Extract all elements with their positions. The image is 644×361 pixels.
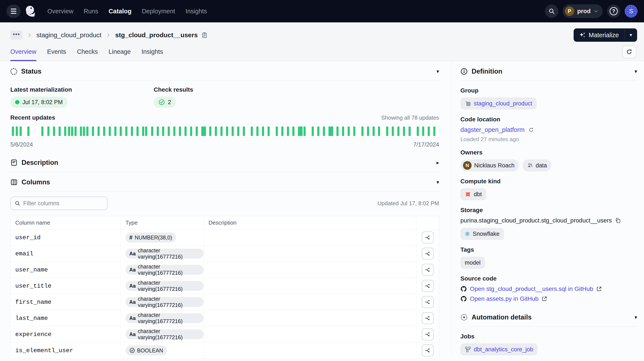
storage-kind-chip[interactable]: ❄ Snowflake: [460, 228, 504, 240]
update-tick: [417, 126, 419, 136]
update-tick: [190, 126, 192, 136]
type-label: character varying(16777216): [138, 280, 200, 292]
nav-item-deployment[interactable]: Deployment: [142, 8, 175, 15]
tab-events[interactable]: Events: [47, 43, 66, 61]
status-collapse-button[interactable]: ▾: [436, 69, 439, 74]
actions-header: [416, 216, 439, 230]
filter-columns-input[interactable]: [23, 200, 103, 207]
view-lineage-button[interactable]: [422, 232, 434, 244]
update-tick: [328, 126, 333, 136]
materialize-dropdown-button[interactable]: ▾: [625, 28, 637, 42]
update-tick: [353, 126, 355, 136]
latest-materialization-pill[interactable]: Jul 17, 8:02 PM: [10, 97, 68, 108]
text-type-icon: Aa: [129, 251, 136, 257]
dagster-logo-icon[interactable]: [24, 5, 37, 18]
external-link-icon: [596, 286, 602, 292]
tag-chip[interactable]: model: [460, 257, 485, 269]
owner-user-chip[interactable]: N Nicklaus Roach: [460, 159, 519, 171]
breadcrumb-ellipsis-button[interactable]: •••: [10, 30, 22, 39]
refresh-button[interactable]: [622, 45, 636, 58]
external-link-icon: [542, 296, 547, 302]
lineage-icon: [425, 251, 431, 257]
column-actions-cell: [416, 262, 439, 278]
page-header: ••• staging_cloud_product stg_cloud_prod…: [0, 22, 644, 43]
job-icon: [465, 346, 471, 353]
nav-item-overview[interactable]: Overview: [47, 8, 74, 15]
update-tick: [392, 126, 394, 136]
update-tick: [151, 126, 153, 136]
hamburger-menu-button[interactable]: [6, 4, 21, 18]
view-lineage-button[interactable]: [422, 296, 434, 308]
view-lineage-button[interactable]: [422, 345, 434, 357]
group-chip[interactable]: staging_cloud_product: [460, 97, 536, 109]
update-tick: [20, 126, 22, 136]
clipboard-icon: [201, 32, 208, 38]
compute-kind-chip[interactable]: dbt: [460, 188, 486, 200]
type-label: NUMBER(38,0): [135, 235, 172, 241]
update-tick: [53, 126, 55, 136]
automation-collapse-button[interactable]: ▾: [634, 315, 637, 320]
check-results-pill[interactable]: 2: [154, 97, 176, 108]
update-tick: [281, 126, 284, 136]
view-lineage-button[interactable]: [422, 328, 434, 340]
column-actions-cell: [416, 246, 439, 262]
breadcrumb-asset-name: stg_cloud_product__users: [115, 31, 198, 39]
column-type-cell: Aacharacter varying(16777216): [120, 262, 204, 278]
copy-icon[interactable]: [615, 218, 621, 224]
breadcrumb-group-link[interactable]: staging_cloud_product: [36, 31, 102, 39]
deployment-switcher[interactable]: P prod: [563, 4, 603, 18]
update-tick: [317, 126, 320, 136]
tab-overview[interactable]: Overview: [10, 43, 36, 61]
code-location-link[interactable]: dagster_open_platform: [460, 126, 524, 133]
help-button[interactable]: ?: [607, 4, 620, 18]
view-lineage-button[interactable]: [422, 248, 434, 260]
description-expand-button[interactable]: ▸: [436, 160, 439, 165]
type-label: character varying(16777216): [138, 296, 200, 308]
update-tick: [92, 126, 94, 136]
column-type-cell: Aacharacter varying(16777216): [120, 310, 204, 326]
nav-item-insights[interactable]: Insights: [186, 8, 207, 15]
definition-sidebar: Definition ▾ Group staging_cloud_product…: [451, 61, 637, 354]
nav-item-runs[interactable]: Runs: [84, 8, 98, 15]
update-tick: [83, 126, 85, 136]
update-tick: [276, 126, 278, 136]
view-lineage-button[interactable]: [422, 280, 434, 292]
chevron-right-icon: [106, 32, 111, 38]
update-tick: [201, 126, 206, 136]
column-type-cell: #NUMBER(38,0): [120, 230, 204, 246]
dbt-icon: [465, 191, 471, 198]
tab-checks[interactable]: Checks: [77, 43, 98, 61]
view-lineage-button[interactable]: [422, 264, 434, 276]
user-avatar[interactable]: S: [625, 5, 638, 18]
nav-item-catalog[interactable]: Catalog: [109, 8, 132, 15]
definition-collapse-button[interactable]: ▾: [634, 69, 637, 74]
columns-collapse-button[interactable]: ▾: [436, 180, 439, 185]
owner-team-chip[interactable]: data: [522, 159, 552, 171]
update-tick: [86, 126, 88, 136]
column-actions-cell: [416, 343, 439, 359]
help-icon: ?: [610, 7, 618, 15]
tab-lineage[interactable]: Lineage: [108, 43, 131, 61]
update-tick: [367, 126, 369, 136]
source-code-link[interactable]: Open stg_cloud_product__users.sql in Git…: [470, 286, 593, 292]
recent-updates-timeline[interactable]: [10, 125, 439, 138]
search-button[interactable]: [545, 4, 558, 18]
view-lineage-button[interactable]: [422, 312, 434, 324]
job-chip[interactable]: dbt_analytics_core_job: [460, 343, 538, 356]
compute-kind-label: Compute kind: [460, 178, 637, 185]
table-row: emailAacharacter varying(16777216): [10, 246, 439, 262]
update-tick: [372, 126, 375, 136]
update-tick: [292, 126, 294, 136]
source-code-link[interactable]: Open assets.py in GitHub: [470, 295, 538, 302]
update-tick: [58, 126, 61, 136]
column-actions-cell: [416, 326, 439, 343]
tab-insights[interactable]: Insights: [142, 43, 163, 61]
automation-section-header: Automation details ▾: [460, 308, 637, 326]
update-tick: [27, 126, 30, 136]
update-tick: [179, 126, 181, 136]
update-tick: [68, 126, 70, 136]
reload-icon[interactable]: [528, 127, 534, 133]
copy-asset-name-button[interactable]: [201, 32, 208, 38]
materialize-button[interactable]: Materialize: [574, 28, 624, 42]
asset-tabs: OverviewEventsChecksLineageInsights: [0, 43, 644, 61]
